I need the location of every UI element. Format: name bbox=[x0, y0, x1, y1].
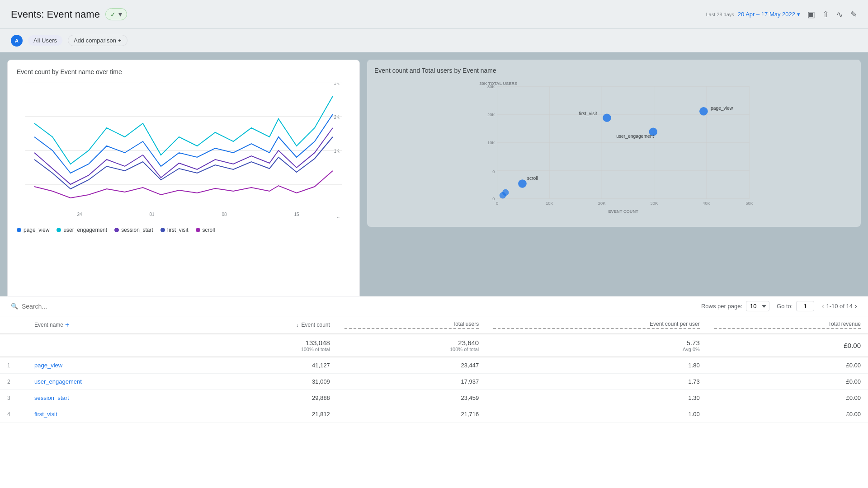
legend-scroll: scroll bbox=[196, 227, 215, 233]
bookmark-icon[interactable]: ▣ bbox=[807, 9, 815, 19]
search-input[interactable] bbox=[22, 303, 148, 310]
line-chart-svg: 3K 2K 1K 0 24 Apr 01 May 08 15 bbox=[17, 83, 350, 218]
table-row: 2 user_engagement 31,009 17,937 1.73 £0.… bbox=[0, 374, 868, 390]
svg-text:scroll: scroll bbox=[527, 176, 538, 181]
svg-text:0: 0 bbox=[492, 197, 495, 201]
scatter-dot-page-view[interactable] bbox=[699, 107, 708, 116]
scatter-chart-title: Event count and Total users by Event nam… bbox=[374, 67, 854, 74]
svg-text:15: 15 bbox=[294, 212, 299, 217]
svg-text:50K: 50K bbox=[745, 201, 753, 206]
scatter-dot-small2[interactable] bbox=[502, 189, 509, 196]
svg-text:30K TOTAL USERS: 30K TOTAL USERS bbox=[479, 81, 517, 86]
next-page-button[interactable]: › bbox=[854, 301, 857, 311]
go-to-input[interactable] bbox=[796, 301, 814, 311]
search-icon: 🔍 bbox=[11, 303, 18, 310]
line-chart-title: Event count by Event name over time bbox=[8, 60, 359, 79]
pencil-icon[interactable]: ✎ bbox=[850, 9, 857, 19]
svg-text:20K: 20K bbox=[487, 113, 495, 117]
rows-per-page: Rows per page: 10 25 50 100 bbox=[701, 301, 769, 311]
toolbar-icons: ▣ ⇧ ∿ ✎ bbox=[807, 9, 857, 19]
legend-user-engagement: user_engagement bbox=[57, 227, 107, 233]
share-icon[interactable]: ⇧ bbox=[822, 9, 829, 19]
table-row: 1 page_view 41,127 23,447 1.80 £0.00 bbox=[0, 357, 868, 374]
svg-text:30K: 30K bbox=[651, 201, 658, 206]
top-bar-left: Events: Event name ✓ ▾ bbox=[11, 8, 127, 20]
rows-per-page-select[interactable]: 10 25 50 100 bbox=[746, 301, 769, 311]
date-range: Last 28 days 20 Apr – 17 May 2022 ▾ bbox=[706, 11, 800, 18]
svg-text:0: 0 bbox=[337, 216, 340, 218]
page-title: Events: Event name bbox=[11, 9, 100, 20]
svg-text:0: 0 bbox=[492, 169, 495, 174]
date-range-value[interactable]: 20 Apr – 17 May 2022 ▾ bbox=[738, 11, 800, 18]
svg-text:20K: 20K bbox=[598, 201, 606, 206]
check-icon: ✓ bbox=[110, 11, 116, 18]
svg-text:EVENT COUNT: EVENT COUNT bbox=[608, 209, 638, 214]
event-link-user-engagement[interactable]: user_engagement bbox=[34, 378, 82, 385]
status-badge[interactable]: ✓ ▾ bbox=[105, 8, 127, 20]
legend-dot-first-visit bbox=[160, 228, 165, 232]
event-link-page-view[interactable]: page_view bbox=[34, 362, 62, 369]
avatar: A bbox=[11, 35, 23, 47]
scatter-dot-first-visit[interactable] bbox=[603, 113, 611, 122]
svg-text:24: 24 bbox=[77, 212, 82, 217]
svg-text:10K: 10K bbox=[546, 201, 553, 206]
table-row: 4 first_visit 21,812 21,716 1.00 £0.00 bbox=[0, 406, 868, 422]
legend-first-visit: first_visit bbox=[160, 227, 189, 233]
svg-text:Apr: Apr bbox=[76, 217, 83, 218]
col-header-event-name: Event name + bbox=[27, 316, 172, 334]
date-range-label: Last 28 days bbox=[706, 12, 734, 17]
top-bar: Events: Event name ✓ ▾ Last 28 days 20 A… bbox=[0, 0, 868, 29]
all-users-chip[interactable]: All Users bbox=[28, 35, 62, 46]
legend-dot-user-engagement bbox=[57, 228, 61, 232]
svg-text:0: 0 bbox=[496, 201, 498, 206]
legend-dot-session-start bbox=[114, 228, 119, 232]
page-info: 1-10 of 14 bbox=[826, 303, 853, 310]
date-chevron-icon: ▾ bbox=[797, 11, 800, 18]
col-header-total-users: Total users bbox=[337, 316, 486, 334]
table-row: 3 session_start 29,888 23,459 1.30 £0.00 bbox=[0, 390, 868, 406]
top-bar-right: Last 28 days 20 Apr – 17 May 2022 ▾ ▣ ⇧ … bbox=[706, 9, 857, 19]
col-header-total-revenue: Total revenue bbox=[707, 316, 868, 334]
charts-row: Event count by Event name over time 3K 2… bbox=[0, 52, 868, 296]
scatter-chart-svg: 30K TOTAL USERS 30K 20K bbox=[374, 80, 854, 220]
svg-text:30K: 30K bbox=[487, 84, 495, 89]
line-chart-panel: Event count by Event name over time 3K 2… bbox=[7, 60, 360, 296]
chevron-down-icon[interactable]: ▾ bbox=[118, 10, 122, 19]
svg-text:01: 01 bbox=[149, 212, 155, 217]
prev-page-button[interactable]: ‹ bbox=[821, 301, 824, 311]
table-header-row: Event name + ↓ Event count Total users bbox=[0, 316, 868, 334]
sub-bar: A All Users Add comparison + bbox=[0, 29, 868, 52]
svg-text:3K: 3K bbox=[334, 83, 340, 86]
sparkline-icon[interactable]: ∿ bbox=[836, 9, 843, 19]
legend-dot-scroll bbox=[196, 228, 200, 232]
legend-page-view: page_view bbox=[17, 227, 49, 233]
scatter-chart-panel: Event count and Total users by Event nam… bbox=[360, 52, 868, 296]
add-column-button[interactable]: + bbox=[65, 321, 69, 329]
page-nav: ‹ 1-10 of 14 › bbox=[821, 301, 857, 311]
scatter-dot-scroll[interactable] bbox=[518, 179, 527, 188]
plus-icon: + bbox=[118, 37, 122, 44]
svg-text:user_engagement: user_engagement bbox=[616, 134, 654, 139]
svg-text:08: 08 bbox=[222, 212, 227, 217]
legend: page_view user_engagement session_start … bbox=[8, 223, 359, 240]
svg-text:2K: 2K bbox=[334, 115, 340, 120]
table-totals-row: 133,048 100% of total 23,640 100% of tot… bbox=[0, 334, 868, 357]
search-bar: 🔍 Rows per page: 10 25 50 100 Go to: bbox=[0, 296, 868, 316]
svg-text:1K: 1K bbox=[334, 149, 340, 154]
legend-dot-page-view bbox=[17, 228, 21, 232]
table-section: 🔍 Rows per page: 10 25 50 100 Go to: bbox=[0, 296, 868, 488]
col-header-event-count-per-user: Event count per user bbox=[486, 316, 707, 334]
data-table: Event name + ↓ Event count Total users bbox=[0, 316, 868, 422]
main-content: Event count by Event name over time 3K 2… bbox=[0, 52, 868, 488]
col-header-num bbox=[0, 316, 27, 334]
svg-text:10K: 10K bbox=[487, 141, 495, 145]
scatter-card: Event count and Total users by Event nam… bbox=[367, 60, 861, 227]
col-header-event-count[interactable]: ↓ Event count bbox=[172, 316, 337, 334]
add-comparison-button[interactable]: Add comparison + bbox=[68, 35, 127, 46]
svg-text:40K: 40K bbox=[703, 201, 710, 206]
sort-arrow-icon: ↓ bbox=[296, 322, 299, 328]
event-link-session-start[interactable]: session_start bbox=[34, 394, 69, 401]
svg-text:page_view: page_view bbox=[711, 106, 733, 111]
event-link-first-visit[interactable]: first_visit bbox=[34, 411, 57, 418]
legend-session-start: session_start bbox=[114, 227, 153, 233]
